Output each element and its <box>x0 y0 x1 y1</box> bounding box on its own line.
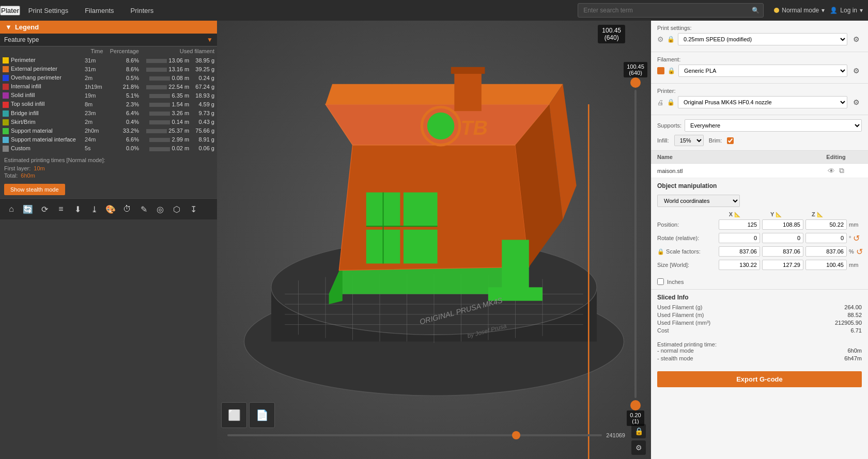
feature-type-header[interactable]: Feature type ▼ <box>0 34 217 46</box>
layers-view-button[interactable]: 📄 <box>249 402 275 428</box>
legend-table-row: Overhang perimeter 2m 0.5% 0.08 m 0.24 g <box>0 73 217 82</box>
tool-edit[interactable]: ✎ <box>136 202 151 216</box>
export-gcode-button[interactable]: Export G-code <box>657 371 862 387</box>
scale-y-input[interactable] <box>762 246 803 257</box>
horizontal-slider[interactable] <box>227 434 602 436</box>
x-axis-header: X 📐 <box>714 211 755 217</box>
printer-lock-icon: 🔒 <box>667 99 675 106</box>
total-label: Total: <box>4 172 18 179</box>
search-container: 🔍 <box>578 3 764 18</box>
infill-select[interactable]: 15% <box>674 135 704 146</box>
filaments-nav[interactable]: Filaments <box>76 0 122 21</box>
horizontal-slider-thumb[interactable] <box>512 431 520 439</box>
pos-x-input[interactable] <box>719 219 760 230</box>
object-edit-btn[interactable]: ⧉ <box>839 166 844 175</box>
rot-x-input[interactable] <box>719 233 760 243</box>
printer-select[interactable]: Original Prusa MK4S HF0.4 nozzle <box>678 96 847 108</box>
scale-row: 🔒 Scale factors: % ↺ <box>657 246 862 257</box>
printer-section: Printer: 🖨 🔒 Original Prusa MK4S HF0.4 n… <box>651 84 868 115</box>
canvas-area[interactable]: 100.45 (640) <box>217 21 651 459</box>
scale-x-input[interactable] <box>719 246 760 257</box>
object-manipulation-panel: World coordinates X 📐 Y 📐 Z 📐 Position: <box>651 192 868 276</box>
filament-m-label: Used Filament (m) <box>657 312 704 318</box>
est-print-label: Estimated printing time: <box>657 341 862 347</box>
print-settings-edit-btn[interactable]: ⚙ <box>850 34 862 45</box>
model-viewport[interactable]: TB ORIGINAL PRUSA MK4S by Josef Prusa <box>217 21 651 459</box>
plater-button[interactable]: Plater <box>0 6 20 15</box>
slider-top-value: 100.45 (640) <box>624 62 647 77</box>
supports-select[interactable]: Everywhere <box>685 119 862 132</box>
search-input[interactable] <box>578 3 764 18</box>
estimated-times: Estimated printing times [Normal mode]: … <box>0 153 217 181</box>
object-visibility-btn[interactable]: 👁 <box>828 166 835 175</box>
col-pct: Percentage <box>106 46 142 56</box>
brim-checkbox[interactable] <box>727 137 734 144</box>
position-row: Position: mm <box>657 219 862 230</box>
tool-color[interactable]: 🎨 <box>103 202 118 216</box>
tool-arrow-down[interactable]: ↧ <box>186 202 200 216</box>
legend-arrow-icon: ▼ <box>5 23 12 31</box>
legend-table-row: Support material interface 24m 6.6% 2.99… <box>0 135 217 144</box>
tool-import[interactable]: ⤓ <box>87 202 101 216</box>
mode-label: Normal mode <box>782 7 819 14</box>
rotate-unit: ° <box>849 235 851 241</box>
filament-mm3-row: Used Filament (mm³) 212905.90 <box>657 320 862 326</box>
scale-reset-btn[interactable]: ↺ <box>856 247 863 257</box>
lock-icon-btn[interactable]: 🔒 <box>631 424 646 438</box>
filament-edit-btn[interactable]: ⚙ <box>850 65 862 76</box>
tool-target[interactable]: ◎ <box>153 202 167 216</box>
stealth-mode-button[interactable]: Show stealth mode <box>4 184 65 195</box>
inches-checkbox[interactable] <box>657 278 664 285</box>
svg-rect-28 <box>404 193 438 227</box>
filament-lock-icon: 🔒 <box>668 67 675 74</box>
infill-label: Infill: <box>657 137 669 144</box>
vertical-slider[interactable]: 100.45 (640) 0.20 (1) <box>630 62 641 428</box>
filament-m-row: Used Filament (m) 88.52 <box>657 312 862 318</box>
rot-y-input[interactable] <box>762 233 803 243</box>
size-z-input[interactable] <box>805 260 847 270</box>
print-settings-select[interactable]: 0.25mm SPEED (modified) <box>678 33 847 45</box>
tool-hex[interactable]: ⬡ <box>169 202 184 216</box>
tool-rotate1[interactable]: 🔄 <box>21 202 35 216</box>
rotate-reset-btn[interactable]: ↺ <box>853 233 860 243</box>
filament-m-value: 88.52 <box>847 312 862 318</box>
legend-table-row: Custom 5s 0.0% 0.02 m 0.06 g <box>0 144 217 153</box>
legend-table-row: Bridge infill 23m 6.4% 3.26 m 9.73 g <box>0 109 217 118</box>
main-area: ▼ Legend Feature type ▼ Time Percentage … <box>0 21 868 459</box>
total-time-row: Total: 6h0m <box>4 172 213 179</box>
tool-download[interactable]: ⬇ <box>70 202 85 216</box>
settings-icon-btn[interactable]: ⚙ <box>631 440 646 455</box>
est-times-label: Estimated printing times [Normal mode]: <box>4 157 213 163</box>
pos-y-input[interactable] <box>762 219 803 230</box>
filament-color-swatch <box>657 67 664 74</box>
filament-select[interactable]: Generic PLA <box>678 65 847 77</box>
col-filament: Used filament <box>142 46 217 56</box>
tool-layers[interactable]: ≡ <box>54 202 68 216</box>
rot-z-input[interactable] <box>805 233 847 243</box>
filament-mm3-label: Used Filament (mm³) <box>657 320 710 326</box>
legend-table-row: Internal infill 1h19m 21.8% 22.54 m 67.2… <box>0 82 217 91</box>
slider-track[interactable] <box>634 90 637 398</box>
tool-rotate2[interactable]: ⟳ <box>37 202 52 216</box>
scale-z-input[interactable] <box>805 246 847 257</box>
legend-header: ▼ Legend <box>0 21 217 34</box>
size-y-input[interactable] <box>762 260 803 270</box>
pos-z-input[interactable] <box>805 219 847 230</box>
login-button[interactable]: 👤 Log in ▾ <box>830 7 863 14</box>
mode-button[interactable]: Normal mode ▾ <box>774 7 825 14</box>
printers-nav[interactable]: Printers <box>122 0 162 21</box>
3d-view-button[interactable]: ⬜ <box>221 402 247 428</box>
first-layer-row: First layer: 10m <box>4 165 213 171</box>
coordinate-system-select[interactable]: World coordinates <box>657 195 740 207</box>
tool-home[interactable]: ⌂ <box>4 202 19 216</box>
size-x-input[interactable] <box>719 260 760 270</box>
tool-time[interactable]: ⏱ <box>120 202 134 216</box>
print-settings-nav[interactable]: Print Settings <box>20 0 76 21</box>
settings-gear-icon: ⚙ <box>657 35 664 43</box>
position-label: Position: <box>657 221 717 228</box>
printer-edit-btn[interactable]: ⚙ <box>850 97 862 108</box>
rotate-row: Rotate (relative): ° ↺ <box>657 233 862 243</box>
slider-bottom-thumb[interactable] <box>630 400 641 410</box>
mode-dot <box>774 8 779 13</box>
slider-top-thumb[interactable] <box>630 77 641 88</box>
